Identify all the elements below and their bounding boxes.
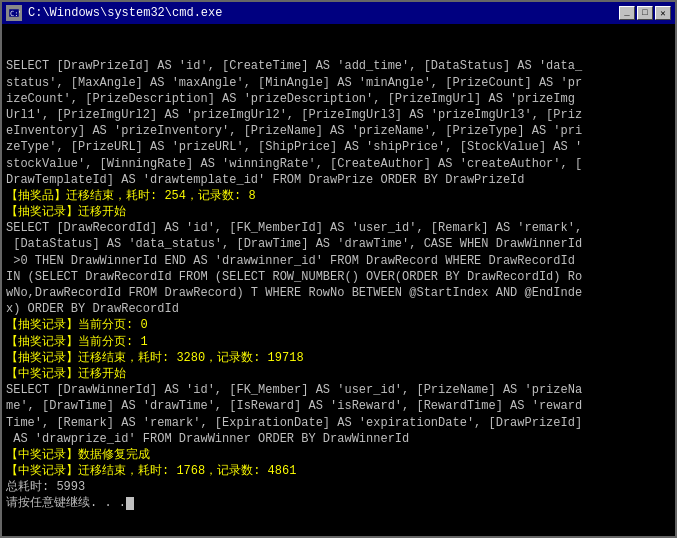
console-line: izeCount', [PrizeDescription] AS 'prizeD… xyxy=(6,91,671,107)
console-line: me', [DrawTime] AS 'drawTime', [IsReward… xyxy=(6,398,671,414)
console-line: 【抽奖记录】迁移结束，耗时: 3280，记录数: 19718 xyxy=(6,350,671,366)
console-line: DrawTemplateId] AS 'drawtemplate_id' FRO… xyxy=(6,172,671,188)
console-line: Url1', [PrizeImgUrl2] AS 'prizeImgUrl2',… xyxy=(6,107,671,123)
cmd-icon: C:\ xyxy=(6,5,22,21)
console-line: IN (SELECT DrawRecordId FROM (SELECT ROW… xyxy=(6,269,671,285)
console-line: SELECT [DrawPrizeId] AS 'id', [CreateTim… xyxy=(6,58,671,74)
console-line: [DataStatus] AS 'data_status', [DrawTime… xyxy=(6,236,671,252)
window-title: C:\Windows\system32\cmd.exe xyxy=(28,6,222,20)
console-line: x) ORDER BY DrawRecordId xyxy=(6,301,671,317)
minimize-button[interactable]: _ xyxy=(619,6,635,20)
title-buttons: _ □ ✕ xyxy=(619,6,671,20)
console-line: 【抽奖记录】迁移开始 xyxy=(6,204,671,220)
console-line: 【中奖记录】迁移结束，耗时: 1768，记录数: 4861 xyxy=(6,463,671,479)
console-line: eInventory] AS 'prizeInventory', [PrizeN… xyxy=(6,123,671,139)
console-line: zeType', [PrizeURL] AS 'prizeURL', [Ship… xyxy=(6,139,671,155)
svg-text:C:\: C:\ xyxy=(10,10,20,18)
title-bar-left: C:\ C:\Windows\system32\cmd.exe xyxy=(6,5,222,21)
console-line: 【抽奖记录】当前分页: 1 xyxy=(6,334,671,350)
console-line: 请按任意键继续. . . xyxy=(6,495,671,511)
console-line: >0 THEN DrawWinnerId END AS 'drawwinner_… xyxy=(6,253,671,269)
console-line: SELECT [DrawRecordId] AS 'id', [FK_Membe… xyxy=(6,220,671,236)
cmd-window: C:\ C:\Windows\system32\cmd.exe _ □ ✕ SE… xyxy=(0,0,677,538)
title-bar: C:\ C:\Windows\system32\cmd.exe _ □ ✕ xyxy=(2,2,675,24)
console-line: SELECT [DrawWinnerId] AS 'id', [FK_Membe… xyxy=(6,382,671,398)
console-line: 【抽奖记录】当前分页: 0 xyxy=(6,317,671,333)
console-output: SELECT [DrawPrizeId] AS 'id', [CreateTim… xyxy=(2,24,675,536)
cursor xyxy=(126,497,134,510)
console-line: 【中奖记录】迁移开始 xyxy=(6,366,671,382)
console-line: stockValue', [WinningRate] AS 'winningRa… xyxy=(6,156,671,172)
console-line: 【抽奖品】迁移结束，耗时: 254，记录数: 8 xyxy=(6,188,671,204)
console-line: wNo,DrawRecordId FROM DrawRecord) T WHER… xyxy=(6,285,671,301)
console-line: 【中奖记录】数据修复完成 xyxy=(6,447,671,463)
close-button[interactable]: ✕ xyxy=(655,6,671,20)
console-line: 总耗时: 5993 xyxy=(6,479,671,495)
console-line: AS 'drawprize_id' FROM DrawWinner ORDER … xyxy=(6,431,671,447)
console-line: Time', [Remark] AS 'remark', [Expiration… xyxy=(6,415,671,431)
console-line: status', [MaxAngle] AS 'maxAngle', [MinA… xyxy=(6,75,671,91)
maximize-button[interactable]: □ xyxy=(637,6,653,20)
